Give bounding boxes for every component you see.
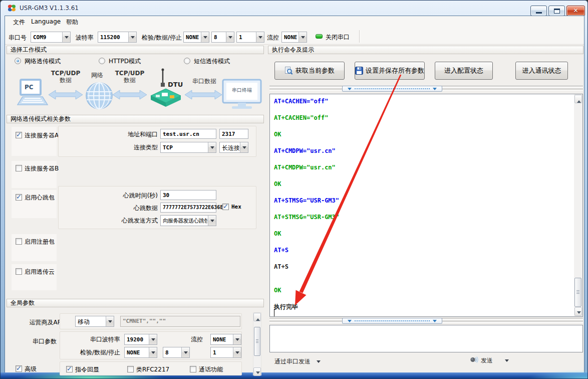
log-line: 执行完毕 (274, 303, 570, 311)
send-input[interactable] (269, 325, 583, 352)
toolbar-parity-select[interactable]: NONE (183, 32, 209, 43)
splitter-handle[interactable] (342, 318, 442, 324)
radio-sms-label[interactable]: 短信透传模式 (194, 57, 230, 66)
radio-net-transparent-label[interactable]: 网络透传模式 (25, 57, 61, 66)
toolbar-baud-select[interactable]: 115200 (98, 32, 137, 43)
scrollbar-thumb[interactable] (574, 278, 581, 307)
echo-label[interactable]: 指令回显 (75, 365, 99, 374)
scrollbar-thumb[interactable] (254, 327, 260, 356)
chevron-down-icon[interactable] (201, 32, 209, 42)
hex-checkbox[interactable] (222, 204, 229, 210)
chevron-down-icon[interactable] (149, 347, 157, 357)
serial-parity-select[interactable]: NONE (124, 347, 157, 358)
call-label[interactable]: 通话功能 (199, 365, 223, 374)
chevron-down-icon[interactable] (226, 32, 234, 42)
server-a-address-input[interactable]: test.usr.cn (160, 129, 216, 139)
left-scrollbar[interactable] (253, 312, 261, 375)
toolbar-databits-select[interactable]: 8 (211, 32, 234, 43)
heartbeat-time-input[interactable]: 30 (160, 190, 216, 200)
scrollbar-up-button[interactable] (574, 95, 582, 103)
enter-config-button[interactable]: 进入配置状态 (435, 62, 493, 80)
advanced-label[interactable]: 高级 (25, 365, 37, 373)
toolbar-port-select[interactable]: COM9 (31, 32, 71, 43)
server-a-checkbox[interactable] (16, 132, 22, 138)
log-scrollbar[interactable] (574, 94, 582, 316)
global-params-section-header: 全局参数 (7, 299, 264, 307)
chevron-down-icon[interactable] (299, 32, 307, 42)
save-params-button[interactable]: 设置并保存所有参数 (355, 62, 425, 80)
server-b-label[interactable]: 连接服务器B (25, 164, 59, 173)
carrier-select[interactable]: 移动 (75, 316, 114, 327)
chevron-down-icon[interactable] (256, 32, 264, 42)
toolbar-flow-select[interactable]: NONE (281, 32, 307, 43)
chevron-down-icon[interactable] (62, 32, 70, 42)
menu-language[interactable]: Language (29, 18, 63, 25)
app-logo-icon (8, 4, 16, 14)
radio-httpd-mode[interactable] (99, 58, 105, 64)
radio-httpd-label[interactable]: HTTPD模式 (109, 57, 141, 66)
log-line: AT+STMSG="USR-GM3" (274, 197, 570, 205)
rfc2217-label[interactable]: 类RFC2217 (136, 365, 169, 374)
chevron-down-icon[interactable] (233, 334, 241, 344)
radio-sms-mode[interactable] (184, 58, 190, 64)
cloud-checkbox[interactable] (16, 268, 22, 275)
titlebar[interactable]: USR-GM3 V1.1.3.61 ✕ (1, 1, 588, 16)
send-via-serial-dropdown[interactable]: 通过串口发送 (274, 355, 330, 367)
chevron-down-icon[interactable] (240, 142, 248, 152)
server-a-type-select[interactable]: TCP (160, 142, 216, 153)
server-a-conn-select[interactable]: 长连接 (219, 142, 248, 153)
server-a-label[interactable]: 连接服务器A (25, 131, 59, 140)
server-a-port-input[interactable]: 2317 (219, 129, 248, 139)
minimize-button[interactable] (530, 6, 547, 16)
toolbar-flow-label: 流控 (267, 34, 279, 42)
chevron-down-icon[interactable] (181, 347, 189, 357)
serial-baud-select[interactable]: 19200 (124, 334, 157, 345)
heartbeat-checkbox[interactable] (16, 194, 22, 201)
menu-help[interactable]: 帮助 (64, 18, 80, 27)
rfc2217-checkbox[interactable] (127, 366, 134, 372)
register-checkbox[interactable] (16, 238, 22, 245)
menu-file[interactable]: 文件 (11, 18, 27, 27)
chevron-down-icon[interactable] (149, 334, 157, 344)
get-params-button[interactable]: 获取当前参数 (274, 62, 345, 80)
register-label[interactable]: 启用注册包 (25, 238, 55, 246)
serial-terminal-icon (222, 79, 262, 114)
chevron-down-icon (505, 359, 509, 364)
chevron-down-icon[interactable] (106, 316, 114, 326)
advanced-checkbox[interactable] (16, 365, 22, 372)
serial-stopbits-select[interactable]: 1 (210, 347, 241, 358)
echo-checkbox[interactable] (66, 366, 73, 372)
command-log[interactable]: AT+CACHEN="off"AT+CACHEN="off"OKAT+CMDPW… (269, 94, 583, 317)
scrollbar-down-button[interactable] (253, 367, 261, 376)
chevron-down-icon[interactable] (128, 32, 136, 42)
heartbeat-mode-select[interactable]: 向服务器发送心跳包 (160, 215, 216, 226)
hex-label[interactable]: Hex (231, 204, 241, 210)
chevron-down-icon[interactable] (208, 142, 216, 152)
splitter-handle[interactable] (342, 86, 442, 92)
scrollbar-down-button[interactable] (574, 307, 582, 316)
toolbar-baud-label: 波特率 (76, 34, 94, 42)
server-b-checkbox[interactable] (16, 165, 22, 171)
chevron-down-icon[interactable] (233, 347, 241, 357)
call-checkbox[interactable] (190, 366, 196, 372)
radio-net-transparent-mode[interactable] (15, 58, 21, 64)
collapse-icon (433, 320, 437, 324)
chevron-down-icon[interactable] (208, 216, 216, 226)
heartbeat-data-input[interactable]: 7777772E7573722E636E (160, 203, 216, 213)
log-line: AT+CACHEN="off" (274, 97, 570, 105)
enter-comm-button[interactable]: 进入通讯状态 (515, 62, 568, 80)
cloud-label[interactable]: 启用透传云 (25, 268, 55, 276)
serial-databits-select[interactable]: 8 (163, 347, 190, 358)
advanced-panel: 指令回显 类RFC2217 通话功能 (60, 361, 242, 375)
log-line: AT+STMSG="USR-GM3" (274, 213, 570, 221)
send-button[interactable]: 发送 (470, 354, 515, 367)
heartbeat-panel: 心跳时间(秒) 30 心跳数据 7777772E7573722E636E Hex… (58, 186, 256, 229)
maximize-button[interactable] (548, 6, 565, 16)
close-serial-port-button[interactable]: 关闭串口 (314, 31, 357, 43)
log-line: OK (274, 180, 570, 188)
serial-flow-select[interactable]: NONE (210, 334, 241, 345)
scrollbar-up-button[interactable] (253, 313, 261, 321)
toolbar-stopbits-select[interactable]: 1 (236, 32, 264, 43)
close-button[interactable]: ✕ (566, 6, 585, 16)
heartbeat-label[interactable]: 启用心跳包 (25, 194, 55, 202)
